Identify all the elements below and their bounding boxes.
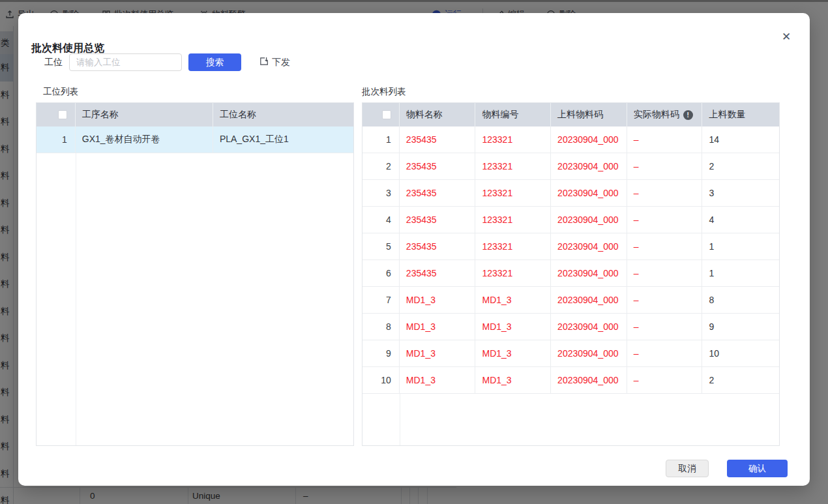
material-code-cell: MD1_3 <box>475 340 551 366</box>
row-index: 8 <box>362 314 400 340</box>
cancel-button[interactable]: 取消 <box>666 460 709 477</box>
station-label: 工位 <box>44 57 63 68</box>
actual-code-cell: – <box>627 207 703 233</box>
material-name-cell: 235435 <box>400 180 476 206</box>
row-index: 4 <box>362 207 400 233</box>
batch-table: 物料名称 物料编号 上料物料码 实际物料码 ! 上料数量 1 235435 12… <box>362 102 780 446</box>
batch-table-row[interactable]: 6 235435 123321 20230904_000 – 1 <box>362 260 779 287</box>
material-name-cell: MD1_3 <box>400 367 476 393</box>
row-index: 7 <box>362 287 400 313</box>
column-header-qty[interactable]: 上料数量 <box>702 103 779 126</box>
feed-code-cell: 20230904_000 <box>551 314 627 340</box>
batch-material-dialog: 批次料使用总览 ✕ 工位 搜索 下发 工位列表 批次料列表 工序名称 工位名称 … <box>18 13 810 486</box>
feed-code-cell: 20230904_000 <box>551 340 627 366</box>
actual-code-cell: – <box>627 340 703 366</box>
station-list-title: 工位列表 <box>43 86 78 98</box>
feed-code-cell: 20230904_000 <box>551 287 627 313</box>
search-bar: 工位 搜索 下发 <box>44 53 290 71</box>
row-index: 10 <box>362 367 400 393</box>
material-code-cell: MD1_3 <box>475 367 551 393</box>
row-index: 1 <box>37 126 76 153</box>
qty-cell: 14 <box>702 126 779 153</box>
station-table-row[interactable]: 1 GX1_卷材自动开卷 PLA_GX1_工位1 <box>37 126 353 153</box>
material-code-cell: 123321 <box>475 260 551 286</box>
feed-code-cell: 20230904_000 <box>551 153 627 179</box>
actual-code-cell: – <box>627 180 703 206</box>
dispatch-button[interactable]: 下发 <box>259 57 290 68</box>
batch-table-row[interactable]: 5 235435 123321 20230904_000 – 1 <box>362 233 779 260</box>
qty-cell: 2 <box>702 153 779 179</box>
row-index: 5 <box>362 233 400 259</box>
actual-code-cell: – <box>627 126 703 153</box>
material-code-cell: 123321 <box>475 180 551 206</box>
confirm-button[interactable]: 确认 <box>727 460 788 477</box>
actual-code-cell: – <box>627 314 703 340</box>
material-name-cell: 235435 <box>400 153 476 179</box>
actual-code-label: 实际物料码 <box>634 109 679 121</box>
row-index: 3 <box>362 180 400 206</box>
qty-cell: 1 <box>702 260 779 286</box>
column-header-material-name[interactable]: 物料名称 <box>400 103 476 126</box>
dispatch-icon <box>259 57 269 68</box>
material-name-cell: 235435 <box>400 207 476 233</box>
actual-code-cell: – <box>627 287 703 313</box>
qty-cell: 10 <box>702 340 779 366</box>
batch-table-row[interactable]: 7 MD1_3 MD1_3 20230904_000 – 8 <box>362 287 779 314</box>
material-code-cell: 123321 <box>475 153 551 179</box>
batch-table-row[interactable]: 9 MD1_3 MD1_3 20230904_000 – 10 <box>362 340 779 367</box>
dialog-footer: 取消 确认 <box>18 460 810 477</box>
column-header-station[interactable]: 工位名称 <box>213 103 353 126</box>
station-input[interactable] <box>69 53 182 71</box>
actual-code-cell: – <box>627 260 703 286</box>
batch-table-row[interactable]: 2 235435 123321 20230904_000 – 2 <box>362 153 779 180</box>
search-button[interactable]: 搜索 <box>188 53 241 71</box>
qty-cell: 1 <box>702 233 779 259</box>
dispatch-label: 下发 <box>272 57 290 68</box>
station-table: 工序名称 工位名称 1 GX1_卷材自动开卷 PLA_GX1_工位1 <box>36 102 354 446</box>
column-header-actual-code[interactable]: 实际物料码 ! <box>627 103 703 126</box>
batch-table-header: 物料名称 物料编号 上料物料码 实际物料码 ! 上料数量 <box>362 103 779 126</box>
batch-table-row[interactable]: 3 235435 123321 20230904_000 – 3 <box>362 180 779 207</box>
actual-code-cell: – <box>627 233 703 259</box>
station-name-cell: PLA_GX1_工位1 <box>213 126 353 153</box>
material-name-cell: 235435 <box>400 126 476 153</box>
dialog-title: 批次料使用总览 <box>31 42 104 55</box>
qty-cell: 8 <box>702 287 779 313</box>
qty-cell: 9 <box>702 314 779 340</box>
material-code-cell: 123321 <box>475 126 551 153</box>
batch-table-row[interactable]: 1 235435 123321 20230904_000 – 14 <box>362 126 779 153</box>
material-name-cell: MD1_3 <box>400 314 476 340</box>
info-icon[interactable]: ! <box>683 110 693 120</box>
batch-list-title: 批次料列表 <box>362 86 406 98</box>
material-name-cell: MD1_3 <box>400 340 476 366</box>
actual-code-cell: – <box>627 153 703 179</box>
qty-cell: 2 <box>702 367 779 393</box>
row-index: 9 <box>362 340 400 366</box>
station-table-header: 工序名称 工位名称 <box>37 103 353 126</box>
material-name-cell: MD1_3 <box>400 287 476 313</box>
column-divider <box>400 394 400 445</box>
batch-table-row[interactable]: 10 MD1_3 MD1_3 20230904_000 – 2 <box>362 367 779 394</box>
material-name-cell: 235435 <box>400 233 476 259</box>
column-header-material-code[interactable]: 物料编号 <box>475 103 551 126</box>
feed-code-cell: 20230904_000 <box>551 233 627 259</box>
row-index: 1 <box>362 126 400 153</box>
feed-code-cell: 20230904_000 <box>551 367 627 393</box>
material-code-cell: 123321 <box>475 233 551 259</box>
column-divider <box>76 153 76 445</box>
batch-table-row[interactable]: 4 235435 123321 20230904_000 – 4 <box>362 207 779 233</box>
feed-code-cell: 20230904_000 <box>551 180 627 206</box>
feed-code-cell: 20230904_000 <box>551 260 627 286</box>
column-header-feed-code[interactable]: 上料物料码 <box>551 103 627 126</box>
select-all-checkbox[interactable] <box>58 110 67 119</box>
actual-code-cell: – <box>627 367 703 393</box>
material-code-cell: MD1_3 <box>475 314 551 340</box>
feed-code-cell: 20230904_000 <box>551 126 627 153</box>
select-all-checkbox[interactable] <box>382 110 391 119</box>
feed-code-cell: 20230904_000 <box>551 207 627 233</box>
column-header-process[interactable]: 工序名称 <box>76 103 213 126</box>
close-icon[interactable]: ✕ <box>778 29 794 45</box>
material-name-cell: 235435 <box>400 260 476 286</box>
qty-cell: 3 <box>702 180 779 206</box>
batch-table-row[interactable]: 8 MD1_3 MD1_3 20230904_000 – 9 <box>362 314 779 340</box>
